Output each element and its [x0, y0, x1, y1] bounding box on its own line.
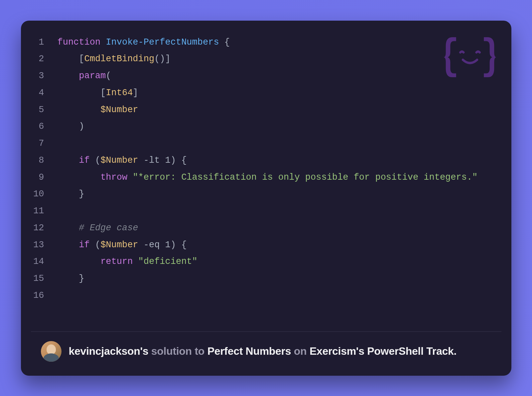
solution-card: 1function Invoke-PerfectNumbers {2 [Cmdl… — [21, 21, 511, 376]
line-content: [CmdletBinding()] — [58, 51, 501, 68]
code-line: 12 # Edge case — [31, 220, 501, 237]
line-number: 15 — [31, 270, 58, 287]
line-content: } — [58, 270, 501, 287]
line-number: 2 — [31, 51, 58, 68]
attribution-text: kevincjackson's solution to Perfect Numb… — [69, 345, 457, 357]
line-number: 7 — [31, 135, 58, 152]
line-content: return "deficient" — [58, 253, 501, 270]
solution-to-text: solution to — [148, 345, 207, 357]
line-number: 8 — [31, 152, 58, 169]
line-number: 14 — [31, 253, 58, 270]
line-number: 6 — [31, 118, 58, 135]
footer: kevincjackson's solution to Perfect Numb… — [31, 331, 501, 376]
code-line: 16 — [31, 287, 501, 304]
line-content: $Number — [58, 101, 501, 118]
code-line: 5 $Number — [31, 101, 501, 118]
code-line: 6 ) — [31, 118, 501, 135]
code-line: 10 } — [31, 186, 501, 203]
line-number: 1 — [31, 34, 58, 51]
line-number: 10 — [31, 186, 58, 203]
code-line: 15 } — [31, 270, 501, 287]
avatar — [41, 341, 62, 362]
code-line: 7 — [31, 135, 501, 152]
exercise-name: Perfect Numbers — [207, 345, 291, 357]
code-line: 11 — [31, 203, 501, 220]
code-line: 1function Invoke-PerfectNumbers { — [31, 34, 501, 51]
code-line: 2 [CmdletBinding()] — [31, 51, 501, 68]
line-number: 4 — [31, 85, 58, 101]
code-line: 14 return "deficient" — [31, 253, 501, 270]
line-number: 16 — [31, 287, 58, 304]
line-content — [58, 287, 501, 304]
username: kevincjackson's — [69, 345, 149, 357]
line-number: 11 — [31, 203, 58, 220]
line-content — [58, 203, 501, 220]
code-area: 1function Invoke-PerfectNumbers {2 [Cmdl… — [21, 21, 511, 331]
site-name: Exercism's — [310, 345, 364, 357]
line-content: # Edge case — [58, 220, 501, 237]
line-content: throw "*error: Classification is only po… — [58, 169, 501, 186]
line-number: 13 — [31, 237, 58, 254]
line-content: [Int64] — [58, 85, 501, 101]
line-content: param( — [58, 68, 501, 85]
code-line: 13 if ($Number -eq 1) { — [31, 237, 501, 254]
code-line: 9 throw "*error: Classification is only … — [31, 169, 501, 186]
line-number: 3 — [31, 68, 58, 85]
line-number: 9 — [31, 169, 58, 186]
code-line: 3 param( — [31, 68, 501, 85]
line-number: 5 — [31, 101, 58, 118]
line-content: ) — [58, 118, 501, 135]
line-content: if ($Number -eq 1) { — [58, 237, 501, 254]
line-number: 12 — [31, 220, 58, 237]
on-text: on — [291, 345, 310, 357]
code-line: 8 if ($Number -lt 1) { — [31, 152, 501, 169]
track-name: PowerShell Track. — [364, 345, 457, 357]
line-content — [58, 135, 501, 152]
code-block: 1function Invoke-PerfectNumbers {2 [Cmdl… — [31, 34, 501, 304]
line-content: } — [58, 186, 501, 203]
line-content: function Invoke-PerfectNumbers { — [58, 34, 501, 51]
code-line: 4 [Int64] — [31, 85, 501, 101]
line-content: if ($Number -lt 1) { — [58, 152, 501, 169]
